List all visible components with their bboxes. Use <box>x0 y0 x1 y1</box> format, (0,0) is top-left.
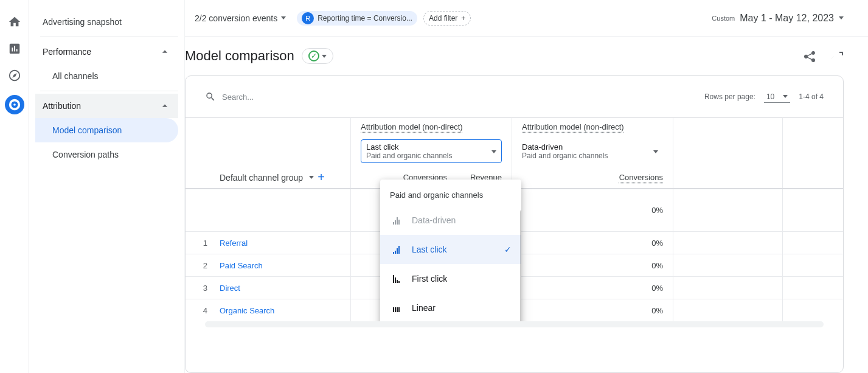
bars-icon <box>393 304 400 312</box>
report-table: Attribution model (non-direct) Attributi… <box>186 117 843 321</box>
nav-rail <box>0 0 29 373</box>
conversion-events-label: 2/2 conversion events <box>195 13 277 23</box>
home-icon[interactable] <box>7 15 22 29</box>
rows-per-page-value: 10 <box>766 92 774 101</box>
date-range-picker[interactable]: Custom May 1 - May 12, 2023 <box>712 13 844 24</box>
date-range: May 1 - May 12, 2023 <box>740 13 834 24</box>
search-input[interactable] <box>222 92 344 102</box>
report-card: Rows per page: 10 1-4 of 4 Attribution m… <box>185 75 844 373</box>
row-channel[interactable]: Direct <box>220 284 350 293</box>
model-1-sub: Paid and organic channels <box>366 152 487 160</box>
search-wrap <box>205 91 363 102</box>
topbar: 2/2 conversion events R Reporting time =… <box>185 0 868 37</box>
model-select-2[interactable]: Data-driven Paid and organic channels <box>522 140 663 162</box>
chevron-up-icon <box>159 46 171 58</box>
reporting-time-chip[interactable]: R Reporting time = Conversio... <box>297 11 417 26</box>
popover-item[interactable]: Last click✓ <box>380 235 521 264</box>
chevron-down-icon <box>309 176 314 179</box>
row-index: 4 <box>186 306 220 315</box>
reporting-text: Reporting time = Conversio... <box>318 14 412 23</box>
row-conversions-2: 0% <box>522 306 663 315</box>
popover-item: Data-driven <box>380 206 521 235</box>
popover-section: Paid and organic channels <box>380 184 521 206</box>
row-conversions-2: 0% <box>522 239 663 248</box>
popover-item[interactable]: First click <box>380 264 521 293</box>
row-channel[interactable]: Referral <box>220 239 350 248</box>
popover-item-label: Linear <box>412 303 436 313</box>
row-conversions-2: 0% <box>522 261 663 270</box>
row-index: 3 <box>186 284 220 293</box>
row-channel[interactable]: Organic Search <box>220 306 350 315</box>
popover-item-label: First click <box>412 274 447 284</box>
popover-item-label: Last click <box>412 245 447 254</box>
metric-conversions-2[interactable]: Conversions <box>522 173 663 182</box>
check-icon: ✓ <box>504 245 512 254</box>
pager-text: 1-4 of 4 <box>799 92 824 101</box>
sidebar-model-comparison[interactable]: Model comparison <box>35 118 178 142</box>
total-conversions-2: 0% <box>522 206 663 215</box>
popover-item[interactable]: Linear <box>380 293 521 321</box>
reporting-badge: R <box>302 12 314 24</box>
share-icon[interactable] <box>802 49 817 63</box>
sidebar-conversion-paths[interactable]: Conversion paths <box>35 142 178 167</box>
subbar: Model comparison ✓ <box>185 37 868 75</box>
date-label: Custom <box>712 15 735 22</box>
add-filter-label: Add filter <box>429 14 457 23</box>
row-conversions-2: 0% <box>522 284 663 293</box>
pager: Rows per page: 10 1-4 of 4 <box>704 91 824 103</box>
chevron-down-icon <box>653 150 658 153</box>
add-dimension-button[interactable]: + <box>314 170 328 185</box>
bars-icon <box>393 245 400 254</box>
chevron-up-icon <box>159 100 171 112</box>
chevron-down-icon <box>783 95 788 98</box>
sidebar: Advertising snapshot Performance All cha… <box>29 0 185 373</box>
dimension-label: Default channel group <box>220 173 303 183</box>
row-index: 1 <box>186 239 220 248</box>
model-1-name: Last click <box>366 142 487 152</box>
chevron-down-icon <box>281 16 286 19</box>
plus-icon: + <box>461 14 465 23</box>
chevron-down-icon <box>491 150 496 153</box>
attr-header-2: Attribution model (non-direct) <box>522 122 624 131</box>
model-dropdown-popover: Paid and organic channels Data-drivenLas… <box>380 180 521 321</box>
row-channel[interactable]: Paid Search <box>220 261 350 270</box>
sidebar-all-channels[interactable]: All channels <box>35 64 178 88</box>
sidebar-performance-label: Performance <box>43 47 91 57</box>
page-title: Model comparison <box>185 48 294 64</box>
advertising-icon[interactable] <box>5 95 24 114</box>
sidebar-snapshot[interactable]: Advertising snapshot <box>35 10 178 34</box>
popover-item-label: Data-driven <box>412 215 456 225</box>
explore-icon[interactable] <box>7 68 22 83</box>
bars-icon <box>393 216 400 225</box>
search-icon <box>205 91 216 102</box>
row-index: 2 <box>186 261 220 270</box>
scrollbar[interactable] <box>520 210 521 321</box>
horizontal-scrollbar[interactable] <box>205 321 824 327</box>
model-2-name: Data-driven <box>522 142 648 152</box>
add-filter-button[interactable]: Add filter + <box>423 11 471 26</box>
bars-icon <box>393 274 400 283</box>
chevron-down-icon <box>839 16 844 19</box>
main: 2/2 conversion events R Reporting time =… <box>185 0 868 373</box>
check-icon: ✓ <box>308 51 319 61</box>
chevron-down-icon <box>322 55 327 58</box>
model-2-sub: Paid and organic channels <box>522 152 648 160</box>
conversion-events-dropdown[interactable]: 2/2 conversion events <box>190 11 291 26</box>
reports-icon[interactable] <box>7 41 22 56</box>
sidebar-attribution[interactable]: Attribution <box>35 94 178 118</box>
rows-per-page-select[interactable]: 10 <box>764 91 790 103</box>
status-pill[interactable]: ✓ <box>302 48 333 64</box>
sidebar-performance[interactable]: Performance <box>35 40 178 64</box>
sidebar-attribution-label: Attribution <box>43 101 81 111</box>
insights-icon[interactable] <box>829 49 844 63</box>
dimension-select[interactable]: Default channel group <box>186 173 314 183</box>
rows-per-page-label: Rows per page: <box>704 92 755 101</box>
model-select-1[interactable]: Last click Paid and organic channels <box>361 139 502 163</box>
attr-header-1: Attribution model (non-direct) <box>361 122 463 131</box>
